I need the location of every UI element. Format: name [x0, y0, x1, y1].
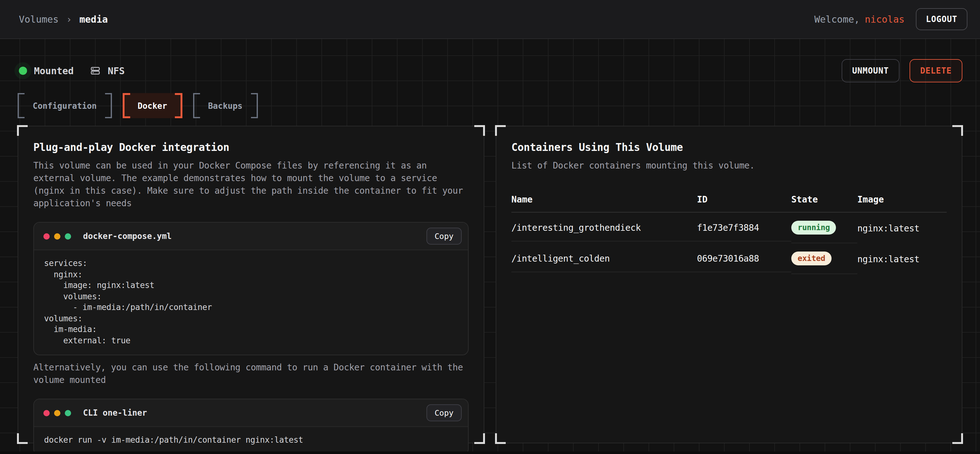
table-row: /intelligent_colden 069e73016a88 exited …: [511, 243, 947, 274]
logout-button[interactable]: LOGOUT: [916, 8, 967, 30]
mount-status-label: Mounted: [34, 65, 73, 76]
fs-type-indicator: NFS: [90, 65, 124, 76]
compose-code-block-header: docker-compose.yml Copy: [34, 222, 468, 250]
traffic-light-green-icon: [65, 233, 71, 239]
container-name: /interesting_grothendieck: [511, 214, 697, 241]
status-badge-running: running: [791, 221, 836, 235]
panel-corner-mark: [17, 125, 28, 136]
cli-block-title: CLI one-liner: [83, 408, 147, 417]
container-id: 069e73016a88: [697, 245, 791, 272]
traffic-light-amber-icon: [54, 410, 60, 416]
container-state: running: [791, 213, 858, 243]
mount-status-indicator: Mounted: [19, 65, 73, 76]
status-badge-exited: exited: [791, 251, 832, 265]
container-state: exited: [791, 243, 858, 274]
container-image: nginx:latest: [858, 246, 947, 272]
traffic-light-green-icon: [65, 410, 71, 416]
breadcrumb-volumes-link[interactable]: Volumes: [19, 14, 59, 25]
traffic-light-red-icon: [43, 233, 50, 239]
traffic-light-red-icon: [43, 410, 50, 416]
container-name: /intelligent_colden: [511, 245, 697, 272]
top-bar: Volumes › media Welcome,nicolas LOGOUT: [0, 0, 980, 39]
volume-detail-page: Volumes › media Welcome,nicolas LOGOUT M…: [0, 0, 980, 454]
cli-code-block: CLI one-liner Copy docker run -v im-medi…: [33, 398, 469, 454]
panel-corner-mark: [474, 433, 485, 444]
welcome-text: Welcome,nicolas: [814, 14, 905, 25]
fs-type-label: NFS: [108, 65, 124, 76]
compose-filename: docker-compose.yml: [83, 232, 172, 241]
delete-button[interactable]: DELETE: [910, 59, 963, 83]
column-header-name: Name: [511, 188, 697, 213]
docker-panel-description: This volume can be used in your Docker C…: [33, 159, 469, 210]
containers-table: Name ID State Image /interesting_grothen…: [511, 188, 947, 274]
cli-code-block-header: CLI one-liner Copy: [34, 399, 468, 427]
column-header-image: Image: [858, 188, 947, 213]
containers-panel-title: Containers Using This Volume: [511, 141, 947, 154]
cli-code-content: docker run -v im-media:/path/in/containe…: [34, 427, 468, 454]
volume-status-group: Mounted NFS: [18, 65, 125, 76]
cli-intro-text: Alternatively, you can use the following…: [33, 361, 469, 386]
containers-table-header-row: Name ID State Image: [511, 188, 947, 213]
mounted-status-dot-icon: [19, 67, 27, 75]
tab-configuration[interactable]: Configuration: [18, 93, 112, 118]
user-area: Welcome,nicolas LOGOUT: [814, 8, 967, 30]
panel-corner-mark: [952, 433, 963, 444]
containers-panel-subtitle: List of Docker containers mounting this …: [511, 159, 947, 171]
tab-bar: Configuration Docker Backups: [18, 93, 963, 118]
container-image: nginx:latest: [858, 215, 947, 241]
docker-integration-panel: Plug-and-play Docker integration This vo…: [18, 126, 484, 443]
column-header-state: State: [791, 188, 858, 213]
container-id: f1e73e7f3884: [697, 214, 791, 241]
column-header-id: ID: [697, 188, 791, 213]
tab-backups[interactable]: Backups: [193, 93, 258, 118]
containers-panel: Containers Using This Volume List of Doc…: [496, 126, 963, 443]
panel-corner-mark: [495, 125, 506, 136]
traffic-light-amber-icon: [54, 233, 60, 239]
breadcrumb-current-volume: media: [80, 14, 108, 25]
breadcrumb-separator: ›: [66, 14, 72, 25]
panels-row: Plug-and-play Docker integration This vo…: [18, 126, 963, 443]
panel-corner-mark: [474, 125, 485, 136]
panel-corner-mark: [952, 125, 963, 136]
panel-corner-mark: [17, 433, 28, 444]
compose-code-content: services: nginx: image: nginx:latest vol…: [34, 250, 468, 355]
username: nicolas: [865, 14, 905, 25]
volume-actions: UNMOUNT DELETE: [841, 59, 963, 83]
table-row: /interesting_grothendieck f1e73e7f3884 r…: [511, 213, 947, 243]
status-row: Mounted NFS UNMOUNT DELET: [18, 39, 963, 83]
panel-corner-mark: [495, 433, 506, 444]
copy-cli-button[interactable]: Copy: [426, 404, 462, 421]
compose-code-block: docker-compose.yml Copy services: nginx:…: [33, 222, 469, 355]
docker-panel-title: Plug-and-play Docker integration: [33, 141, 469, 154]
main-area: Mounted NFS UNMOUNT DELET: [0, 39, 980, 454]
unmount-button[interactable]: UNMOUNT: [841, 59, 899, 83]
breadcrumb: Volumes › media: [19, 14, 108, 25]
copy-compose-button[interactable]: Copy: [426, 228, 462, 244]
server-stack-icon: [90, 65, 101, 76]
tab-docker[interactable]: Docker: [123, 93, 182, 118]
welcome-prefix: Welcome,: [814, 14, 860, 25]
